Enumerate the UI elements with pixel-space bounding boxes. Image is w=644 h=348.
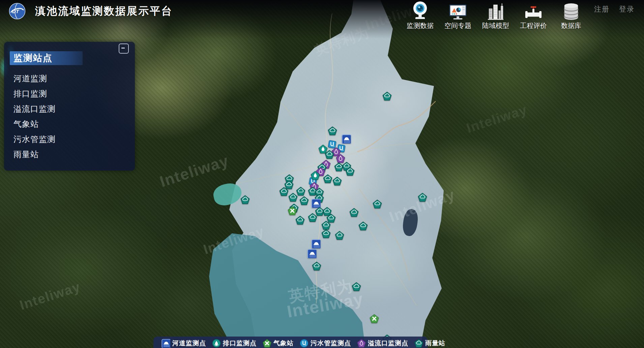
database-icon: [563, 2, 580, 20]
rain-station-marker[interactable]: [322, 229, 331, 238]
nav-item-label: 空间专题: [444, 21, 471, 30]
legend-item-river[interactable]: 河道监测点: [162, 339, 206, 348]
rain-station-marker[interactable]: [328, 126, 337, 136]
legend-item-label: 河道监测点: [172, 339, 206, 348]
map-legend: 河道监测点 排口监测点 气象站 污水管监测点 溢流口监测点 雨量站: [153, 337, 428, 348]
rain-station-marker[interactable]: [289, 193, 298, 202]
legend-item-label: 雨量站: [425, 339, 445, 348]
sidebar-item-5[interactable]: 污水管监测: [13, 132, 128, 147]
legend-item-label: 溢流口监测点: [368, 339, 408, 348]
rain-station-marker[interactable]: [280, 187, 289, 196]
nav-item-4[interactable]: 工程评价: [520, 2, 547, 30]
weather-station-marker[interactable]: [288, 206, 297, 215]
river-legend-icon: [162, 339, 170, 348]
rain-station-marker[interactable]: [322, 221, 331, 230]
nav-item-5[interactable]: 数据库: [557, 2, 585, 30]
nav-item-label: 工程评价: [520, 21, 547, 30]
station-category-list: 河道监测排口监测溢流口监测气象站污水管监测雨量站: [13, 71, 128, 162]
svg-text:DT: DT: [12, 8, 20, 14]
rain-station-marker[interactable]: [312, 262, 321, 271]
legend-item-sewer[interactable]: 污水管监测点: [300, 339, 351, 348]
rain-legend-icon: [414, 339, 423, 348]
rain-station-marker[interactable]: [352, 282, 361, 291]
river-station-marker[interactable]: [308, 249, 317, 258]
rain-station-marker[interactable]: [296, 187, 305, 196]
outfall-legend-icon: [212, 339, 221, 348]
rain-station-marker[interactable]: [333, 177, 342, 186]
panel-title: 监测站点: [10, 51, 83, 65]
legend-item-label: 排口监测点: [223, 339, 257, 348]
overflow-legend-icon: [357, 339, 366, 348]
legend-item-overflow[interactable]: 溢流口监测点: [357, 339, 408, 348]
rain-station-marker[interactable]: [296, 216, 305, 225]
river-station-marker[interactable]: [312, 199, 321, 208]
rain-station-marker[interactable]: [359, 222, 368, 231]
buildings-icon: [487, 2, 504, 20]
rain-station-marker[interactable]: [308, 213, 317, 222]
legend-item-label: 气象站: [273, 339, 294, 348]
legend-item-outfall[interactable]: 排口监测点: [212, 339, 257, 348]
legend-item-rain[interactable]: 雨量站: [414, 339, 445, 348]
rain-station-marker[interactable]: [323, 174, 332, 183]
rain-station-marker[interactable]: [325, 150, 334, 159]
monitoring-stations-panel: 监测站点 河道监测排口监测溢流口监测气象站污水管监测雨量站: [4, 42, 135, 171]
sewer-legend-icon: [300, 339, 309, 348]
camera-icon: [411, 2, 429, 20]
rain-station-marker[interactable]: [346, 167, 355, 176]
rain-station-marker[interactable]: [241, 195, 250, 204]
register-link[interactable]: 注册: [594, 4, 610, 14]
legend-item-weather[interactable]: 气象站: [263, 339, 294, 348]
outfall-station-marker[interactable]: [311, 171, 320, 180]
nav-item-3[interactable]: 陆域模型: [482, 2, 509, 30]
rain-station-marker[interactable]: [373, 200, 382, 209]
river-station-marker[interactable]: [312, 239, 321, 249]
page-title: 滇池流域监测数据展示平台: [35, 4, 173, 18]
login-link[interactable]: 登录: [619, 4, 635, 14]
rain-station-marker[interactable]: [335, 231, 344, 240]
nav-item-label: 数据库: [561, 21, 581, 30]
rain-station-marker[interactable]: [418, 193, 427, 202]
sidebar-item-2[interactable]: 排口监测: [13, 86, 128, 101]
rain-station-marker[interactable]: [350, 208, 359, 217]
rain-station-marker[interactable]: [300, 196, 309, 205]
sidebar-item-1[interactable]: 河道监测: [13, 71, 128, 86]
minus-square-icon[interactable]: [119, 44, 129, 54]
top-nav: 监测数据 空间专题 陆域模型 工程评价: [406, 2, 585, 30]
nav-item-label: 监测数据: [407, 21, 434, 30]
nav-item-2[interactable]: 空间专题: [444, 2, 472, 30]
river-station-marker[interactable]: [342, 135, 351, 144]
sidebar-item-3[interactable]: 溢流口监测: [13, 101, 128, 116]
brand: DT 滇池流域监测数据展示平台: [9, 3, 173, 20]
monitor-icon: [449, 2, 467, 20]
rain-station-marker[interactable]: [383, 92, 392, 101]
sidebar-item-6[interactable]: 雨量站: [13, 147, 128, 162]
map-application: InteliwayInteliway英特利为InteliwayInteliway…: [0, 0, 644, 348]
legend-item-label: 污水管监测点: [311, 339, 351, 348]
nav-item-label: 陆域模型: [482, 21, 509, 30]
dts-logo-icon: DT: [9, 3, 26, 20]
nav-item-1[interactable]: 监测数据: [406, 2, 434, 30]
weather-legend-icon: [263, 339, 271, 348]
weather-station-marker[interactable]: [370, 314, 379, 323]
valve-icon: [525, 2, 542, 20]
sidebar-item-4[interactable]: 气象站: [13, 116, 128, 132]
